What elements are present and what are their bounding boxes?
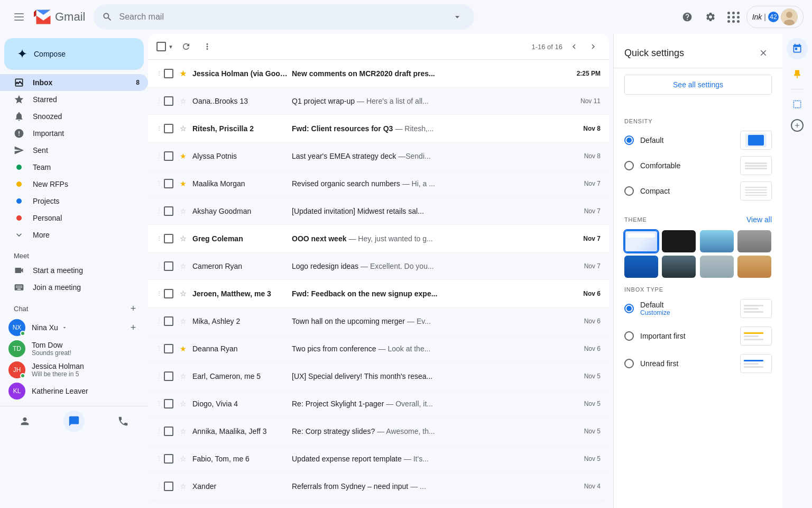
- profile-button[interactable]: Ink | 42: [746, 6, 804, 28]
- density-comfortable-radio[interactable]: [624, 161, 634, 170]
- email-checkbox[interactable]: [164, 371, 173, 381]
- density-comfortable-option[interactable]: Comfortable: [624, 156, 772, 175]
- star-button[interactable]: ★: [178, 178, 188, 189]
- theme-mist[interactable]: [700, 256, 734, 278]
- sidebar-item-snoozed[interactable]: Snoozed: [0, 108, 148, 125]
- nina-add-button[interactable]: +: [127, 321, 140, 334]
- theme-ocean[interactable]: [624, 256, 658, 278]
- email-row[interactable]: ⋮⋮ ☆ Fabio, Tom, me 6 Updated expense re…: [148, 445, 609, 473]
- theme-mountains[interactable]: [662, 256, 696, 278]
- sidebar-item-starred[interactable]: Starred: [0, 91, 148, 108]
- star-button[interactable]: ☆: [178, 233, 188, 244]
- email-checkbox[interactable]: [164, 151, 173, 161]
- theme-black[interactable]: [662, 230, 696, 252]
- select-dropdown-arrow[interactable]: ▼: [168, 44, 173, 50]
- star-button[interactable]: ☆: [178, 453, 188, 464]
- email-checkbox[interactable]: [164, 179, 173, 188]
- star-button[interactable]: ★: [178, 151, 188, 161]
- email-row[interactable]: ⋮⋮ ☆ Xander Referrals from Sydney – need…: [148, 473, 609, 500]
- add-addon-button[interactable]: [791, 119, 804, 132]
- star-button[interactable]: ☆: [178, 371, 188, 382]
- tasks-button[interactable]: [787, 94, 808, 115]
- see-all-settings-button[interactable]: See all settings: [624, 75, 772, 95]
- sidebar-item-projects[interactable]: Projects: [0, 193, 148, 210]
- star-button[interactable]: ☆: [178, 206, 188, 216]
- star-button[interactable]: ☆: [178, 123, 188, 134]
- star-button[interactable]: ☆: [178, 316, 188, 326]
- search-input[interactable]: [119, 12, 442, 22]
- email-checkbox[interactable]: [164, 206, 173, 216]
- star-button[interactable]: ☆: [178, 288, 188, 299]
- email-checkbox[interactable]: [164, 96, 173, 106]
- theme-stone[interactable]: [737, 230, 771, 252]
- email-checkbox[interactable]: [164, 427, 173, 436]
- email-row[interactable]: ⋮⋮ ☆ Aylin, Leni, me 5 Checking in re: B…: [148, 500, 609, 504]
- theme-gmail-default[interactable]: [624, 230, 658, 252]
- email-checkbox[interactable]: [164, 69, 173, 78]
- theme-desert[interactable]: [737, 256, 771, 278]
- email-row[interactable]: ⋮⋮ ☆ Jeroen, Matthew, me 3 Fwd: Feedback…: [148, 280, 609, 307]
- star-button[interactable]: ☆: [178, 261, 188, 271]
- inbox-important-radio[interactable]: [624, 331, 634, 341]
- sidebar-item-team[interactable]: Team: [0, 159, 148, 176]
- search-dropdown-button[interactable]: [449, 8, 466, 25]
- density-compact-radio[interactable]: [624, 186, 634, 196]
- star-button[interactable]: ☆: [178, 426, 188, 437]
- email-checkbox[interactable]: [164, 124, 173, 133]
- chat-user-nina[interactable]: NX Nina Xu +: [0, 317, 148, 338]
- density-default-option[interactable]: Default: [624, 131, 772, 150]
- chat-user-katherine[interactable]: KL Katherine Leaver: [0, 380, 148, 402]
- email-checkbox[interactable]: [164, 482, 173, 491]
- chat-user-tom[interactable]: TD Tom Dow Sounds great!: [0, 338, 148, 359]
- email-row[interactable]: ⋮⋮ ☆ Earl, Cameron, me 5 [UX] Special de…: [148, 362, 609, 390]
- inbox-customize-link[interactable]: Customize: [640, 309, 670, 316]
- star-button[interactable]: ☆: [178, 398, 188, 409]
- email-checkbox[interactable]: [164, 316, 173, 326]
- keep-button[interactable]: [787, 64, 808, 85]
- density-default-radio[interactable]: [624, 135, 634, 145]
- compose-button[interactable]: ✦ Compose: [4, 38, 144, 70]
- inbox-unread-first-option[interactable]: Unread first: [624, 354, 772, 373]
- start-meeting-button[interactable]: Start a meeting: [0, 262, 148, 279]
- inbox-important-first-option[interactable]: Important first: [624, 326, 772, 346]
- email-row[interactable]: ⋮⋮ ☆ Greg Coleman OOO next week — Hey, j…: [148, 225, 609, 252]
- chat-user-jessica[interactable]: JH Jessica Holman Will be there in 5: [0, 359, 148, 380]
- email-checkbox[interactable]: [164, 289, 173, 298]
- close-quick-settings-button[interactable]: [755, 44, 772, 61]
- star-button[interactable]: ★: [178, 343, 188, 354]
- email-row[interactable]: ⋮⋮ ★ Deanna Ryan Two pics from conferenc…: [148, 335, 609, 362]
- email-checkbox[interactable]: [164, 454, 173, 464]
- email-row[interactable]: ⋮⋮ ☆ Akshay Goodman [Updated invitation]…: [148, 197, 609, 225]
- menu-button[interactable]: [8, 6, 30, 28]
- star-button[interactable]: ★: [178, 68, 188, 79]
- sidebar-item-more[interactable]: More: [0, 226, 148, 243]
- chat-button[interactable]: [63, 411, 85, 432]
- more-options-button[interactable]: [199, 38, 216, 55]
- email-row[interactable]: ⋮⋮ ☆ Oana..Brooks 13 Q1 project wrap-up …: [148, 87, 609, 115]
- email-checkbox[interactable]: [164, 234, 173, 243]
- join-meeting-button[interactable]: Join a meeting: [0, 279, 148, 296]
- new-chat-button[interactable]: +: [127, 302, 140, 315]
- inbox-default-radio[interactable]: [624, 304, 634, 313]
- email-checkbox[interactable]: [164, 344, 173, 353]
- refresh-button[interactable]: [178, 38, 195, 55]
- email-row[interactable]: ⋮⋮ ☆ Cameron Ryan Logo redesign ideas — …: [148, 252, 609, 280]
- sidebar-item-inbox[interactable]: Inbox 8: [0, 74, 148, 91]
- select-all-checkbox[interactable]: [156, 42, 166, 51]
- calendar-button[interactable]: [787, 38, 808, 59]
- email-row[interactable]: ⋮⋮ ☆ Mika, Ashley 2 Town hall on the upc…: [148, 307, 609, 335]
- email-row[interactable]: ⋮⋮ ★ Maalika Morgan Revised organic sear…: [148, 170, 609, 197]
- sidebar-item-important[interactable]: Important: [0, 125, 148, 142]
- email-row[interactable]: ⋮⋮ ★ Jessica Holman (via Goog... New com…: [148, 60, 609, 87]
- density-compact-option[interactable]: Compact: [624, 182, 772, 201]
- email-row[interactable]: ⋮⋮ ☆ Annika, Maalika, Jeff 3 Re: Corp st…: [148, 418, 609, 445]
- star-button[interactable]: ☆: [178, 96, 188, 106]
- inbox-default-option[interactable]: Default Customize: [624, 299, 772, 318]
- help-button[interactable]: [677, 6, 698, 28]
- phone-button[interactable]: [113, 411, 134, 432]
- email-checkbox[interactable]: [164, 261, 173, 271]
- star-button[interactable]: ☆: [178, 481, 188, 492]
- apps-button[interactable]: [723, 6, 744, 28]
- prev-page-button[interactable]: [567, 39, 582, 54]
- view-all-themes-button[interactable]: View all: [746, 215, 772, 224]
